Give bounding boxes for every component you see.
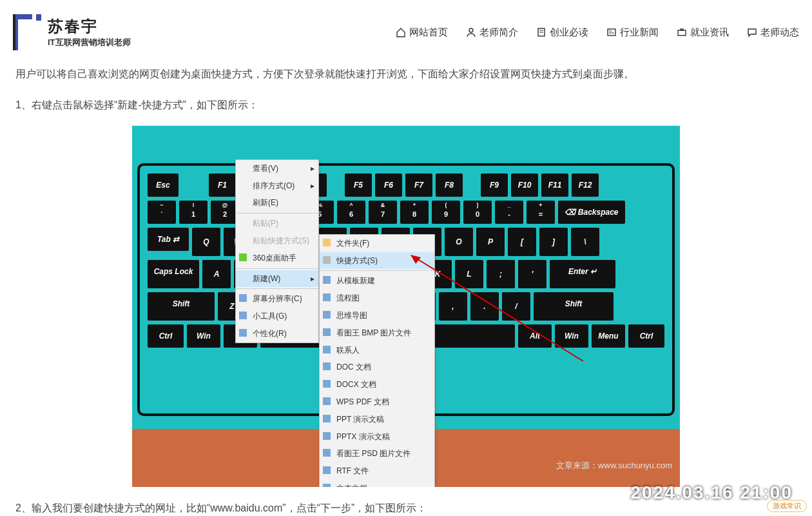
menu-item[interactable]: 联系人 — [320, 342, 434, 359]
chat-icon — [747, 27, 757, 37]
personalize-icon — [239, 327, 247, 335]
step-1-text: 1、右键点击鼠标选择“新建-快捷方式”，如下图所示： — [15, 95, 797, 115]
menu-item[interactable]: 快捷方式(S) — [320, 252, 434, 270]
key-f9: F9 — [481, 174, 508, 197]
logo-block[interactable]: 苏春宇 IT互联网营销培训老师 — [13, 14, 131, 50]
menu-item[interactable]: 个性化(R) — [236, 325, 318, 342]
main-nav: 网站首页老师简介创业必读行业新闻就业资讯老师动态 — [396, 26, 799, 39]
nav-label: 创业必读 — [550, 26, 588, 39]
nav-label: 网站首页 — [409, 26, 448, 39]
key-ctrl: Ctrl — [628, 324, 664, 348]
menu-item[interactable]: 看图王 BMP 图片文件 — [320, 324, 434, 342]
menu-item[interactable]: 屏幕分辨率(C) — [236, 290, 318, 308]
key-f5: F5 — [345, 174, 372, 197]
key-ctrl: Ctrl — [148, 324, 184, 348]
menu-item[interactable]: 文本文档 — [320, 480, 434, 487]
menu-item[interactable]: WPS PDF 文档 — [320, 393, 434, 411]
key-: ~` — [148, 201, 176, 224]
nav-item-home[interactable]: 网站首页 — [396, 26, 448, 39]
key-capslock: Caps Lock — [148, 260, 199, 288]
key-f11: F11 — [541, 174, 568, 197]
menu-item[interactable]: 看图王 PSD 图片文件 — [320, 445, 434, 462]
svg-rect-1 — [13, 14, 32, 19]
menu-item[interactable]: DOCX 文档 — [320, 376, 434, 393]
key-esc: Esc — [148, 174, 179, 197]
menu-item[interactable]: DOC 文档 — [320, 359, 434, 376]
svg-rect-13 — [239, 253, 247, 261]
bmp-icon — [323, 326, 331, 334]
svg-rect-3 — [36, 14, 41, 21]
key-: , — [439, 292, 467, 321]
menu-item[interactable]: PPTX 演示文稿 — [320, 428, 434, 446]
context-menu-new-submenu: 文件夹(F)快捷方式(S)从模板新建流程图思维导图看图王 BMP 图片文件联系人… — [319, 234, 435, 487]
key-win: Win — [555, 324, 588, 348]
svg-rect-29 — [323, 449, 331, 457]
menu-item[interactable]: 刷新(E) — [236, 194, 318, 212]
menu-item[interactable]: 文件夹(F) — [320, 235, 434, 252]
watermark-text: 文章来源：www.suchunyu.com — [556, 458, 672, 474]
svg-rect-30 — [323, 466, 331, 474]
nav-item-chat[interactable]: 老师动态 — [747, 26, 799, 39]
menu-item[interactable]: 流程图 — [320, 290, 434, 307]
tpl-icon — [323, 274, 331, 282]
menu-item-label: 粘贴快捷方式(S) — [253, 236, 309, 245]
nav-item-doc[interactable]: 创业必读 — [536, 26, 588, 39]
svg-rect-19 — [323, 276, 331, 284]
svg-rect-2 — [13, 14, 15, 50]
key-f10: F10 — [511, 174, 538, 197]
key-: ^6 — [337, 201, 365, 224]
menu-item[interactable]: 排序方式(O)▸ — [236, 177, 318, 195]
flow-icon — [323, 292, 331, 299]
menu-item[interactable]: 思维导图 — [320, 307, 434, 324]
key-: _- — [495, 201, 523, 224]
menu-item-label: 从模板新建 — [336, 276, 375, 285]
menu-item[interactable]: 从模板新建 — [320, 272, 434, 290]
key-: &7 — [369, 201, 397, 224]
menu-item[interactable]: 小工具(G) — [236, 308, 318, 325]
key-: )0 — [463, 201, 492, 224]
svg-rect-27 — [323, 415, 331, 422]
menu-item-label: 粘贴(P) — [253, 219, 278, 228]
svg-rect-12 — [681, 29, 683, 30]
menu-item-label: 排序方式(O) — [253, 181, 295, 190]
svg-rect-31 — [323, 484, 331, 487]
briefcase-icon — [677, 27, 687, 37]
key-f8: F8 — [436, 174, 463, 197]
monitor-icon — [239, 292, 247, 300]
svg-rect-22 — [323, 328, 331, 336]
nav-item-briefcase[interactable]: 就业资讯 — [677, 26, 729, 39]
svg-rect-28 — [323, 432, 331, 440]
menu-item[interactable]: 新建(W)▸ — [236, 270, 318, 288]
menu-item-label: 小工具(G) — [253, 312, 287, 321]
key-f1: F1 — [209, 174, 236, 197]
folder-icon — [323, 237, 331, 244]
shortcut-icon — [323, 254, 331, 262]
menu-item-label: 查看(V) — [253, 164, 278, 173]
svg-rect-11 — [678, 30, 686, 35]
site-subtitle: IT互联网营销培训老师 — [48, 37, 131, 48]
menu-item[interactable]: RTF 文件 — [320, 462, 434, 480]
key-: \ — [571, 228, 599, 256]
svg-rect-15 — [239, 312, 247, 319]
step-1-screenshot: EscF1F2F3F4F5F6F7F8F9F10F11F12~`!1@2#3$4… — [132, 126, 680, 487]
menu-item-label: 思维导图 — [336, 311, 367, 320]
menu-item-label: DOCX 文档 — [336, 380, 376, 389]
key-l: L — [455, 260, 483, 288]
nav-item-news[interactable]: 行业新闻 — [606, 26, 659, 39]
key-shift: Shift — [148, 292, 215, 321]
key-f12: F12 — [572, 174, 599, 197]
psd-icon — [323, 447, 331, 455]
menu-item[interactable]: 360桌面助手 — [236, 250, 318, 267]
nav-item-person[interactable]: 老师简介 — [466, 26, 518, 39]
photo-timestamp: 2024.03.16 21:00 — [630, 482, 793, 503]
menu-item[interactable]: PPT 演示文稿 — [320, 411, 434, 428]
key-: += — [527, 201, 555, 224]
key-: *8 — [400, 201, 429, 224]
key-a: A — [202, 260, 231, 288]
key-win: Win — [187, 324, 220, 348]
menu-item-label: DOC 文档 — [336, 362, 371, 372]
doc-icon — [323, 361, 331, 368]
menu-item[interactable]: 查看(V)▸ — [236, 160, 318, 177]
key-shift: Shift — [534, 292, 614, 321]
key-: (9 — [432, 201, 460, 224]
